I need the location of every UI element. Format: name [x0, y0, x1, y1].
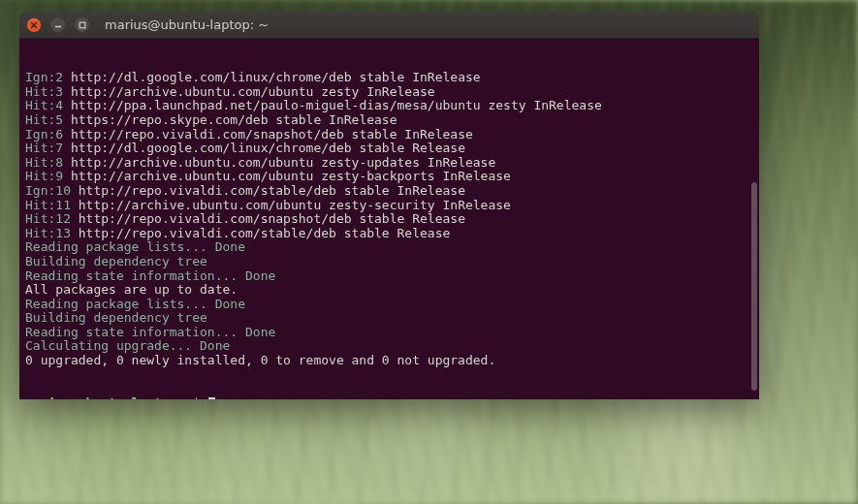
- window-title: marius@ubuntu-laptop: ~: [105, 17, 269, 32]
- terminal-line: Hit:8 http://archive.ubuntu.com/ubuntu z…: [25, 156, 753, 171]
- terminal-line: Hit:7 http://dl.google.com/linux/chrome/…: [25, 142, 753, 156]
- minimize-icon: [54, 21, 62, 29]
- terminal-line: Hit:11 http://archive.ubuntu.com/ubuntu …: [25, 199, 753, 213]
- terminal-line: Hit:5 https://repo.skype.com/deb stable …: [25, 113, 753, 128]
- terminal-output: Ign:2 http://dl.google.com/linux/chrome/…: [25, 71, 753, 367]
- window-controls: [27, 17, 89, 32]
- close-button[interactable]: [27, 18, 41, 32]
- terminal-line: Reading state information... Done: [25, 269, 753, 284]
- prompt-sigil: $: [192, 395, 200, 399]
- minimize-button[interactable]: [50, 17, 65, 32]
- terminal-line: Calculating upgrade... Done: [25, 339, 753, 354]
- terminal-line: Ign:6 http://repo.vivaldi.com/snapshot/d…: [25, 128, 753, 142]
- titlebar[interactable]: marius@ubuntu-laptop: ~: [19, 12, 759, 39]
- terminal-line: Hit:9 http://archive.ubuntu.com/ubuntu z…: [25, 170, 753, 184]
- terminal-line: Hit:3 http://archive.ubuntu.com/ubuntu z…: [25, 85, 753, 100]
- terminal-line: Building dependency tree: [25, 255, 753, 269]
- maximize-button[interactable]: [75, 17, 89, 32]
- terminal-cursor: [208, 397, 215, 399]
- terminal-body[interactable]: Ign:2 http://dl.google.com/linux/chrome/…: [19, 39, 759, 399]
- terminal-line: All packages are up to date.: [25, 283, 753, 298]
- svg-rect-0: [79, 22, 85, 28]
- terminal-prompt-line: marius@ubuntu-laptop:~$: [25, 396, 753, 399]
- terminal-line: Hit:12 http://repo.vivaldi.com/snapshot/…: [25, 212, 753, 227]
- terminal-line: Reading state information... Done: [25, 326, 753, 340]
- scrollbar-thumb[interactable]: [751, 182, 757, 391]
- terminal-line: Reading package lists... Done: [25, 240, 753, 255]
- prompt-user-host: marius@ubuntu-laptop: [25, 395, 177, 399]
- terminal-line: Hit:4 http://ppa.launchpad.net/paulo-mig…: [25, 99, 753, 113]
- terminal-line: Ign:2 http://dl.google.com/linux/chrome/…: [25, 71, 753, 85]
- terminal-line: Building dependency tree: [25, 311, 753, 326]
- terminal-scrollbar[interactable]: [749, 39, 757, 397]
- terminal-line: Hit:13 http://repo.vivaldi.com/stable/de…: [25, 227, 753, 241]
- terminal-line: Reading package lists... Done: [25, 298, 753, 312]
- close-icon: [30, 21, 38, 29]
- terminal-line: 0 upgraded, 0 newly installed, 0 to remo…: [25, 354, 753, 368]
- maximize-icon: [79, 21, 86, 29]
- terminal-line: Ign:10 http://repo.vivaldi.com/stable/de…: [25, 184, 753, 199]
- terminal-window: marius@ubuntu-laptop: ~ Ign:2 http://dl.…: [19, 12, 759, 399]
